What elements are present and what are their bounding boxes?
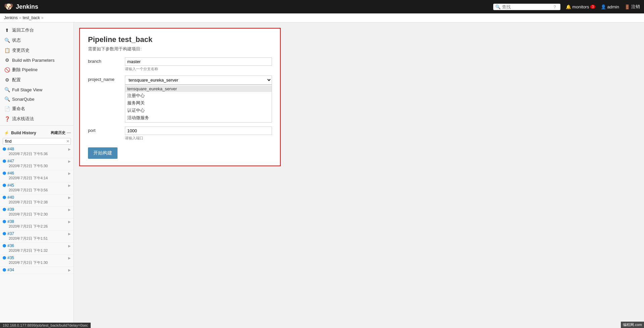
notifications[interactable]: 🔔 monitors 3 (566, 4, 595, 9)
arrow-icon: ▶ (68, 268, 71, 272)
build-status-dot (3, 244, 6, 247)
build-item-row: #39 ▶ (3, 207, 71, 212)
dropdown-option-registry[interactable]: 注册中心 (125, 92, 272, 99)
build-item-row: #35 ▶ (3, 255, 71, 260)
branch-field: 请输入一个分支名称 (125, 57, 272, 72)
build-link[interactable]: #45 (7, 183, 14, 188)
sidebar-item-status[interactable]: 🔍 状态 (0, 35, 74, 45)
up-arrow-icon: ⬆ (4, 28, 10, 33)
sidebar-divider (0, 125, 74, 126)
list-item: #39 ▶ 2020年7月2日 下午2:30 (0, 206, 74, 219)
build-time: 2020年7月2日 下午3:56 (3, 188, 71, 193)
logout-icon: 🚪 (625, 4, 630, 9)
list-item: #46 ▶ 2020年7月2日 下午4:14 (0, 170, 74, 182)
list-item: #35 ▶ 2020年7月2日 下午1:30 (0, 255, 74, 267)
sidebar-label-back-workspace: 返回工作台 (12, 27, 34, 33)
build-link[interactable]: #35 (7, 255, 14, 260)
arrow-icon: ▶ (68, 196, 71, 199)
build-item-row: #45 ▶ (3, 183, 71, 188)
dropdown-option-eureka[interactable]: tensquare_eureka_server (125, 86, 272, 92)
build-status-dot (3, 256, 6, 260)
logout-button[interactable]: 🚪 注销 (625, 4, 640, 10)
list-item: #38 ▶ 2020年7月2日 下午2:26 (0, 219, 74, 231)
build-link[interactable]: #37 (7, 231, 14, 236)
watermark-text: 编程网.com (623, 323, 642, 326)
project-name-select[interactable]: tensquare_eureka_server 注册中心 服务网关 认证中心 活… (125, 76, 272, 85)
sidebar-item-pipeline-syntax[interactable]: ❓ 流水线语法 (0, 114, 74, 124)
branch-input[interactable] (125, 57, 272, 66)
sidebar-item-full-stage-view[interactable]: 🔍 Full Stage View (0, 85, 74, 94)
user-menu[interactable]: 👤 admin (601, 4, 619, 9)
stage-view-icon: 🔍 (4, 87, 10, 92)
branch-row: branch 请输入一个分支名称 (88, 57, 272, 72)
build-link[interactable]: #47 (7, 159, 14, 163)
sidebar-label-changes: 变更历史 (12, 47, 30, 53)
build-status-dot (3, 268, 6, 272)
build-search-input[interactable] (3, 138, 71, 145)
arrow-icon: ▶ (68, 256, 71, 260)
build-link[interactable]: #46 (7, 171, 14, 176)
sidebar-label-full-stage-view: Full Stage View (12, 87, 42, 92)
build-history-link[interactable]: 构建历史 (51, 130, 65, 135)
list-item: #36 ▶ 2020年7月2日 下午1:32 (0, 243, 74, 255)
build-status-dot (3, 196, 6, 199)
build-search-wrap: ✕ (0, 137, 74, 146)
list-item: #40 ▶ 2020年7月2日 下午2:38 (0, 194, 74, 206)
build-status-dot (3, 159, 6, 163)
arrow-icon: ▶ (68, 220, 71, 224)
sidebar-item-changes[interactable]: 📋 变更历史 (0, 45, 74, 55)
build-history-links: 构建历史 — (51, 130, 71, 135)
port-hint: 请输入端口 (125, 136, 272, 141)
sidebar-item-back-workspace[interactable]: ⬆ 返回工作台 (0, 25, 74, 35)
build-link[interactable]: #48 (7, 147, 14, 151)
build-time: 2020年7月2日 下午4:14 (3, 176, 71, 181)
clear-search-icon[interactable]: ✕ (66, 139, 70, 144)
sidebar-item-config[interactable]: ⚙ 配置 (0, 75, 74, 85)
dropdown-option-auth[interactable]: 认证中心 (125, 107, 272, 114)
breadcrumb-home[interactable]: Jenkins (4, 15, 18, 20)
search-input[interactable] (502, 4, 552, 9)
build-link[interactable]: #40 (7, 195, 14, 200)
list-item: #47 ▶ 2020年7月2日 下午5:30 (0, 158, 74, 170)
dropdown-option-gateway[interactable]: 服务网关 (125, 99, 272, 107)
minus-icon[interactable]: — (67, 130, 71, 135)
build-status-dot (3, 172, 6, 175)
build-item-row: #38 ▶ (3, 219, 71, 224)
sidebar-label-delete-pipeline: 删除 Pipeline (12, 67, 38, 73)
user-icon: 👤 (601, 4, 606, 9)
delete-icon: 🚫 (4, 67, 10, 73)
branch-hint: 请输入一个分支名称 (125, 66, 272, 72)
project-name-field: tensquare_eureka_server 注册中心 服务网关 认证中心 活… (125, 76, 272, 123)
sidebar-item-build-with-params[interactable]: ⚙ Build with Parameters (0, 55, 74, 65)
header-left: 🐶 Jenkins (4, 2, 38, 11)
breadcrumb-sep2: » (41, 15, 44, 20)
statusbar-url: 192.168.0.177:8899/job/test_back/build?d… (3, 323, 88, 326)
sidebar-item-sonarqube[interactable]: 🔍 SonarQube (0, 94, 74, 104)
build-time: 2020年7月2日 下午5:30 (3, 163, 71, 169)
search-box[interactable]: 🔍 ? (493, 4, 560, 10)
jenkins-logo: 🐶 (4, 2, 13, 11)
port-label: port (88, 127, 125, 133)
list-item: #48 ▶ 2020年7月2日 下午5:36 (0, 146, 74, 158)
build-link[interactable]: #39 (7, 207, 14, 212)
build-link[interactable]: #36 (7, 243, 14, 248)
breadcrumb-current[interactable]: test_back (22, 15, 40, 20)
build-link[interactable]: #38 (7, 219, 14, 224)
main-layout: ⬆ 返回工作台 🔍 状态 📋 变更历史 ⚙ Build with Paramet… (0, 22, 644, 326)
sidebar-item-delete-pipeline[interactable]: 🚫 删除 Pipeline (0, 65, 74, 75)
start-build-button[interactable]: 开始构建 (88, 147, 118, 159)
build-status-dot (3, 147, 6, 151)
breadcrumb: Jenkins » test_back » (0, 13, 644, 22)
port-input[interactable] (125, 127, 272, 135)
sidebar-label-config: 配置 (12, 77, 21, 83)
pipeline-form-subtitle: 需要如下参数用于构建项目: (88, 46, 272, 52)
help-icon[interactable]: ? (554, 4, 556, 9)
build-time: 2020年7月2日 下午2:30 (3, 212, 71, 217)
build-link[interactable]: #34 (7, 268, 14, 272)
bell-icon: 🔔 (566, 4, 571, 9)
build-item-row: #40 ▶ (3, 195, 71, 200)
lightning-icon: ⚡ (4, 131, 9, 135)
sidebar-item-rename[interactable]: 📄 重命名 (0, 104, 74, 114)
dropdown-option-activity[interactable]: 活动微服务 (125, 114, 272, 122)
arrow-icon: ▶ (68, 232, 71, 236)
